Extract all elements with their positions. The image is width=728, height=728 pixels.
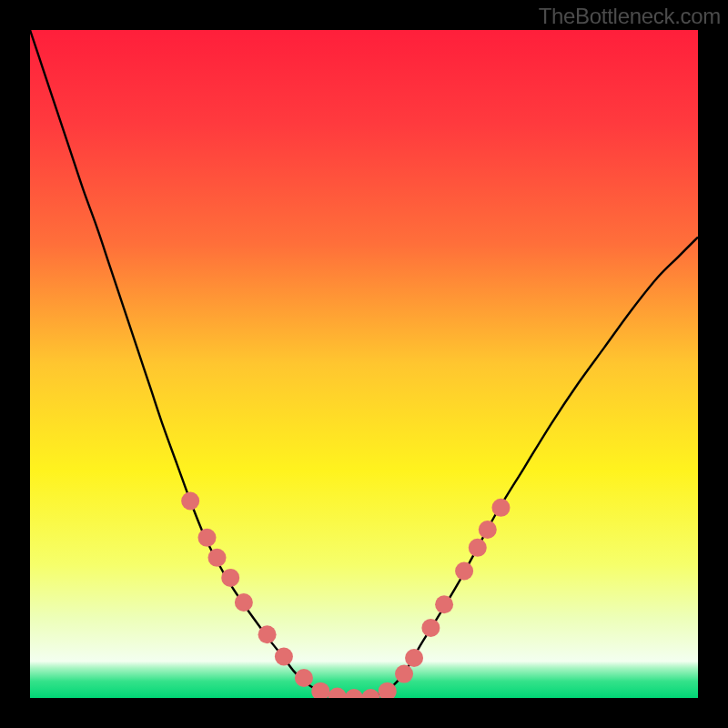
marker-dot xyxy=(208,549,227,567)
watermark-text: TheBottleneck.com xyxy=(539,4,721,29)
marker-dot xyxy=(295,669,313,687)
marker-dot xyxy=(235,593,253,612)
marker-dot xyxy=(455,562,473,581)
marker-dot xyxy=(405,649,423,667)
marker-dot xyxy=(491,499,510,517)
plot-area xyxy=(30,30,698,698)
marker-dot xyxy=(258,625,277,643)
marker-dot xyxy=(435,595,453,613)
marker-dot xyxy=(469,539,487,557)
marker-dot xyxy=(479,521,497,539)
marker-dot xyxy=(198,529,217,547)
marker-dot xyxy=(221,569,239,587)
gradient-bg xyxy=(30,30,698,698)
chart-svg xyxy=(30,30,698,698)
marker-dot xyxy=(395,665,413,683)
marker-dot xyxy=(275,647,293,665)
outer-frame: TheBottleneck.com xyxy=(0,0,728,728)
marker-dot xyxy=(421,619,440,637)
marker-dot xyxy=(181,491,199,510)
